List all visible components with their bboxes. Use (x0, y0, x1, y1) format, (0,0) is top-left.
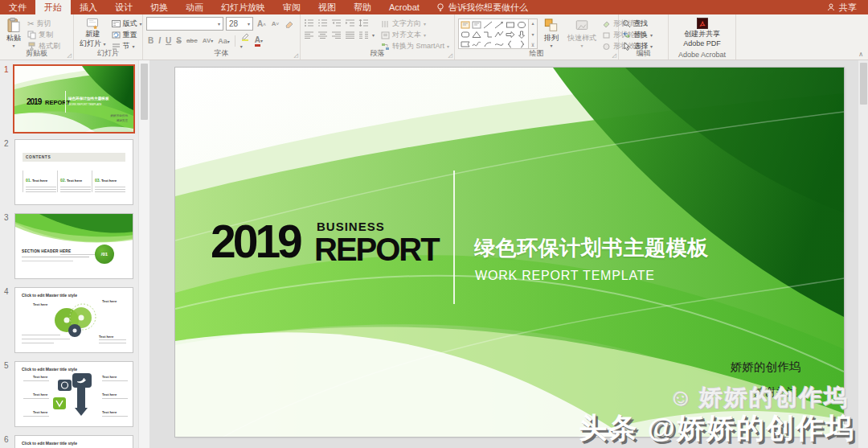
shrink-font-button[interactable]: A˅ (270, 20, 280, 27)
align-right-icon[interactable] (331, 31, 342, 39)
bold-button[interactable]: B (146, 36, 155, 45)
align-center-icon[interactable] (317, 31, 328, 39)
scribble-shape-icon[interactable] (472, 40, 481, 48)
thumbnail-slide-6[interactable]: Click to edit Master title style (14, 435, 133, 448)
highlight-color-button[interactable]: ▾ (239, 31, 252, 50)
strikethrough-button[interactable]: S (174, 36, 183, 45)
font-size-combo[interactable]: 28▾ (226, 17, 253, 31)
right-arrow-shape-icon[interactable] (506, 31, 515, 39)
right-brace-shape-icon[interactable] (517, 40, 526, 48)
banner-shape-icon[interactable] (461, 40, 470, 48)
gallery-more-icon[interactable]: ⊻ (531, 42, 534, 47)
rectangle-shape-icon[interactable] (506, 21, 515, 29)
slide-author-text[interactable]: 娇娇的创作坞 (731, 360, 800, 375)
bullets-icon[interactable] (304, 18, 314, 27)
tab-view[interactable]: 视图 (309, 0, 345, 14)
text-shadow-button[interactable]: abc (185, 37, 199, 44)
gallery-up-icon[interactable]: ▴ (531, 20, 534, 26)
title-bar: 文件 开始 插入 设计 切换 动画 幻灯片放映 审阅 视图 帮助 Acrobat… (0, 0, 868, 14)
thumbnail-slide-4[interactable]: Click to edit Master title style Text he… (14, 287, 133, 353)
tab-insert[interactable]: 插入 (71, 0, 106, 14)
scissors-icon: ✂ (27, 19, 34, 28)
paragraph-dialog-launcher[interactable]: ◿ (448, 52, 452, 58)
left-brace-shape-icon[interactable] (506, 40, 515, 48)
decrease-indent-icon[interactable] (331, 18, 342, 27)
tab-slideshow[interactable]: 幻灯片放映 (212, 0, 274, 14)
font-name-combo[interactable]: ▾ (146, 17, 223, 31)
line-spacing-icon[interactable] (358, 18, 369, 27)
mini-divider-line (65, 91, 66, 113)
underline-button[interactable]: U (164, 36, 173, 45)
collapse-ribbon-icon[interactable]: ∧ (858, 51, 863, 58)
thumbnail-scrollbar[interactable] (138, 60, 149, 448)
thumbnail-slide-5[interactable]: Click to edit Master title style Text he… (14, 361, 133, 427)
align-text-button[interactable]: 对齐文本▾ (381, 30, 449, 40)
elbow-connector-shape-icon[interactable] (483, 31, 493, 39)
create-share-pdf-button[interactable]: 创建并共享 Adobe PDF (681, 17, 723, 49)
paste-button[interactable]: 粘贴▾ (3, 17, 24, 49)
freeform-shape-icon[interactable] (494, 31, 504, 39)
tell-me-box[interactable]: 告诉我你想要做什么 (428, 0, 536, 14)
tab-transitions[interactable]: 切换 (141, 0, 177, 14)
text-direction-button[interactable]: 文字方向▾ (381, 18, 449, 29)
tab-review[interactable]: 审阅 (274, 0, 309, 14)
layout-button[interactable]: 版式▾ (112, 18, 142, 29)
tab-animations[interactable]: 动画 (177, 0, 212, 14)
gallery-down-icon[interactable]: ▾ (531, 31, 534, 37)
justify-icon[interactable] (345, 31, 355, 39)
oval-shape-icon[interactable] (517, 21, 526, 29)
tab-home[interactable]: 开始 (35, 0, 71, 14)
thumbnail-slide-2[interactable]: CONTENTS 01.Text here 02.Text here 03.Te… (14, 139, 133, 205)
cut-button[interactable]: ✂剪切 (27, 18, 60, 29)
triangle-shape-icon[interactable] (472, 31, 481, 39)
toutiao-watermark: 头条 @娇娇的创作坞 (579, 409, 855, 447)
slide-cn-title[interactable]: 绿色环保计划书主题模板 (474, 234, 709, 262)
recent-shape-icon[interactable] (472, 21, 481, 29)
lightbulb-icon (436, 3, 444, 12)
tab-help[interactable]: 帮助 (345, 0, 380, 14)
slide-en-subtitle[interactable]: WORK REPORT TEMPLATE (475, 269, 655, 283)
new-slide-button[interactable]: 新建 幻灯片 ▾ (77, 17, 108, 49)
italic-button[interactable]: I (157, 36, 162, 45)
numbering-icon[interactable] (317, 18, 328, 27)
slide-report-text[interactable]: REPORT (314, 233, 439, 265)
slide-number: 4 (4, 287, 9, 296)
shapes-gallery-scrollbar[interactable]: ▴▾⊻ (529, 18, 538, 49)
arrow-shape-icon[interactable] (494, 21, 504, 29)
workspace-scrollbar-thumb[interactable] (860, 63, 867, 105)
change-case-button[interactable]: Aa▾ (216, 37, 231, 45)
shapes-gallery[interactable] (458, 18, 529, 49)
workspace-scrollbar[interactable] (858, 60, 868, 448)
drawing-dialog-launcher[interactable]: ◿ (612, 52, 616, 58)
clear-formatting-button[interactable] (283, 20, 296, 28)
tab-design[interactable]: 设计 (106, 0, 141, 14)
curve-shape-icon[interactable] (494, 40, 504, 48)
thumbnail-scrollbar-thumb[interactable] (141, 64, 148, 120)
thumbnail-slide-3[interactable]: SECTION HEADER HERE /01 (14, 213, 133, 279)
down-arrow-shape-icon[interactable] (517, 31, 526, 39)
columns-icon[interactable] (358, 31, 369, 39)
recent-shape-icon[interactable] (461, 21, 470, 29)
slide-business-text[interactable]: BUSINESS (317, 220, 385, 232)
find-button[interactable]: 查找 (622, 18, 653, 29)
reset-button[interactable]: 重置 (112, 30, 142, 40)
arc-shape-icon[interactable] (483, 40, 493, 48)
font-dialog-launcher[interactable]: ◿ (294, 52, 298, 58)
clipboard-dialog-launcher[interactable]: ◿ (68, 52, 72, 58)
replace-button[interactable]: 替换▾ (622, 30, 653, 40)
character-spacing-button[interactable]: AV▾ (201, 37, 215, 44)
font-color-button[interactable]: A▾ (253, 35, 264, 47)
grow-font-button[interactable]: A˄ (256, 19, 268, 28)
rounded-rectangle-shape-icon[interactable] (461, 31, 470, 39)
tab-acrobat[interactable]: Acrobat (380, 0, 428, 14)
line-shape-icon[interactable] (483, 21, 493, 29)
tab-file[interactable]: 文件 (0, 0, 35, 14)
increase-indent-icon[interactable] (345, 18, 355, 27)
thumbnail-slide-1[interactable]: 2019 REPORT 绿色环保计划书主题模板 WORK REPORT TEMP… (13, 64, 135, 134)
copy-button[interactable]: 复制 (27, 30, 60, 40)
align-left-icon[interactable] (304, 31, 314, 39)
quick-styles-button[interactable]: 快速样式▾ (565, 17, 599, 49)
share-button[interactable]: 共享 (816, 0, 868, 14)
slide-year-text[interactable]: 2019 (211, 219, 300, 265)
arrange-button[interactable]: 排列▾ (541, 17, 562, 49)
